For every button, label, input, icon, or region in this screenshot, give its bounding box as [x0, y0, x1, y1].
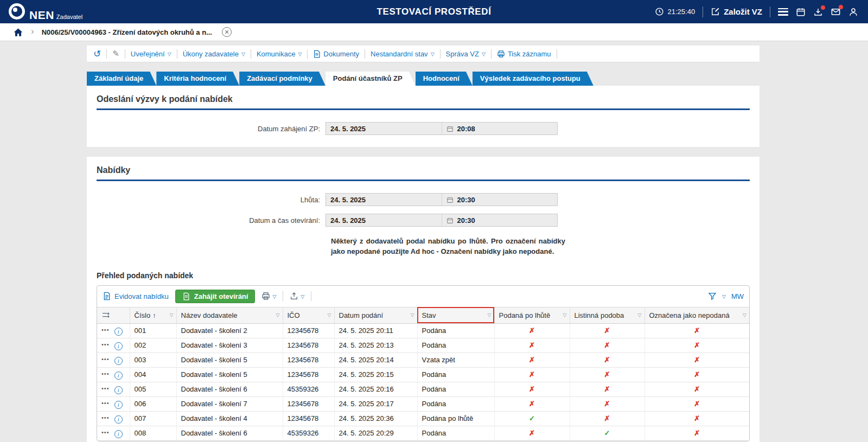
info-icon[interactable]: i — [114, 401, 123, 409]
messages-button[interactable] — [831, 7, 841, 17]
cell-ico: 12345678 — [283, 323, 334, 338]
date-value[interactable]: 24. 5. 2025 — [326, 194, 442, 206]
info-icon[interactable]: i — [114, 371, 123, 380]
tab-podani-ucastniku-zp[interactable]: Podání účastníků ZP — [326, 72, 416, 86]
cell-ico: 12345678 — [283, 353, 334, 367]
cell-nazev: Dodavatel - školení 5 — [176, 367, 283, 382]
export-grid-button[interactable]: ▽ — [290, 292, 304, 300]
row-menu-icon[interactable]: ••• — [101, 356, 110, 362]
table-row[interactable]: •••i006Dodavatel - školení 71234567824. … — [97, 396, 749, 411]
column-filter-icon[interactable]: ▽ — [638, 312, 642, 318]
date-value[interactable]: 24. 5. 2025 — [326, 214, 442, 226]
tab-kriteria-hodnoceni[interactable]: Kritéria hodnocení — [156, 72, 239, 86]
brand[interactable]: NEN Zadavatel — [9, 3, 82, 21]
x-icon: ✗ — [694, 429, 700, 437]
column-filter-icon[interactable]: ▽ — [743, 312, 746, 318]
info-icon[interactable]: i — [114, 415, 123, 424]
column-header-ico[interactable]: IČO ▽ — [283, 307, 334, 323]
cell-datum-podani: 24. 5. 2025 20:14 — [334, 353, 417, 367]
calendar-button[interactable] — [796, 7, 806, 17]
zahajit-otevirani-button[interactable]: Zahájit otevírání — [175, 290, 256, 303]
chevron-right-icon: › — [31, 27, 34, 36]
menu-uverejneni[interactable]: Uveřejnění ▽ — [131, 50, 171, 58]
cell-oznacena-nepodana: ✗ — [644, 353, 749, 367]
cell-datum-podani: 24. 5. 2025 20:29 — [334, 426, 417, 440]
table-row[interactable]: •••i004Dodavatel - školení 51234567824. … — [97, 367, 749, 382]
column-filter-icon[interactable]: ▽ — [488, 312, 492, 318]
row-menu-icon[interactable]: ••• — [101, 326, 110, 333]
print-grid-button[interactable]: ▽ — [261, 292, 276, 300]
column-header-nazev-dodavatele[interactable]: Název dodavatele ▽ — [176, 307, 283, 323]
row-menu-icon[interactable]: ••• — [101, 370, 110, 377]
edit-record-icon[interactable]: ✎ — [112, 49, 119, 59]
column-filter-icon[interactable]: ▽ — [328, 312, 331, 318]
info-icon[interactable]: i — [114, 357, 123, 365]
menu-ukony-zadavatele[interactable]: Úkony zadavatele ▽ — [183, 50, 245, 58]
menu-nestandardni-stav[interactable]: Nestandardní stav ▽ — [371, 50, 434, 58]
cell-podana-po-lhute: ✗ — [494, 338, 570, 353]
cell-datum-podani: 24. 5. 2025 20:36 — [334, 411, 417, 426]
breadcrumb-current-item[interactable]: N006/25/V00004963 - Zřízení datových okr… — [42, 28, 212, 36]
table-row[interactable]: •••i007Dodavatel - školení 41234567824. … — [97, 411, 749, 426]
chevron-down-icon: ▽ — [482, 52, 486, 57]
menu-tisk-zaznamu[interactable]: Tisk záznamu — [497, 50, 551, 58]
close-record-button[interactable]: ✕ — [222, 27, 232, 37]
filter-button[interactable] — [708, 292, 717, 300]
x-icon: ✗ — [529, 341, 535, 349]
datetime-field-zahajeni[interactable]: 24. 5. 2025 20:08 — [326, 122, 558, 135]
x-icon: ✗ — [694, 341, 700, 349]
chevron-down-icon[interactable]: ▽ — [722, 294, 726, 299]
row-menu-icon[interactable]: ••• — [101, 341, 110, 348]
column-header-cislo[interactable]: Číslo↑ ▽ — [130, 307, 176, 323]
column-filter-icon[interactable]: ▽ — [276, 312, 280, 318]
tab-hodnoceni[interactable]: Hodnocení — [416, 72, 473, 86]
funnel-icon — [708, 292, 717, 300]
table-row[interactable]: •••i008Dodavatel - školení 64535932624. … — [97, 426, 749, 440]
row-menu-icon[interactable]: ••• — [101, 400, 110, 406]
column-filter-icon[interactable]: ▽ — [411, 312, 414, 318]
chevron-down-icon: ▽ — [168, 52, 171, 57]
info-icon[interactable]: i — [114, 342, 123, 350]
table-row[interactable]: •••i003Dodavatel - školení 51234567824. … — [97, 353, 749, 367]
user-profile-button[interactable] — [848, 7, 858, 17]
column-header-stav[interactable]: Stav ▽ — [417, 307, 494, 323]
column-filter-icon[interactable]: ▽ — [563, 312, 567, 318]
column-header-podana-po-lhute[interactable]: Podaná po lhůtě ▽ — [494, 307, 570, 323]
column-header-oznacena-jako-nepodana[interactable]: Označena jako nepodaná ▽ — [644, 307, 749, 323]
column-filter-icon[interactable]: ▽ — [170, 312, 174, 318]
date-value[interactable]: 24. 5. 2025 — [326, 123, 442, 134]
menu-button[interactable] — [778, 8, 788, 16]
datetime-field-lhuta[interactable]: 24. 5. 2025 20:30 — [326, 193, 558, 206]
tab-vysledek-zadavaciho-postupu[interactable]: Výsledek zadávacího postupu — [473, 72, 593, 86]
create-vz-button[interactable]: Založit VZ — [711, 7, 762, 16]
menu-komunikace[interactable]: Komunikace ▽ — [257, 50, 302, 58]
tab-zadavaci-podminky[interactable]: Zadávací podmínky — [239, 72, 326, 86]
mw-view-button[interactable]: MW — [731, 292, 744, 300]
table-row[interactable]: •••i001Dodavatel - školení 21234567824. … — [97, 323, 749, 338]
hamburger-icon — [778, 8, 788, 16]
menu-dokumenty[interactable]: Dokumenty — [313, 50, 359, 58]
table-row[interactable]: •••i005Dodavatel - školení 64535932624. … — [97, 382, 749, 396]
info-icon[interactable]: i — [114, 386, 123, 394]
late-bid-warning: Některý z dodavatelů podal nabídku po lh… — [331, 236, 565, 257]
tab-zakladni-udaje[interactable]: Základní údaje — [87, 72, 156, 86]
home-button[interactable] — [13, 27, 23, 37]
column-header-datum-podani[interactable]: Datum podání ▽ — [334, 307, 417, 323]
x-icon: ✗ — [694, 414, 700, 422]
info-icon[interactable]: i — [114, 328, 123, 336]
x-icon: ✗ — [604, 341, 610, 349]
downloads-button[interactable] — [813, 7, 823, 17]
datetime-field-otevirani[interactable]: 24. 5. 2025 20:30 — [326, 214, 558, 227]
x-icon: ✗ — [529, 400, 535, 408]
menu-sprava-vz[interactable]: Správa VZ ▽ — [446, 50, 486, 58]
row-menu-icon[interactable]: ••• — [101, 429, 110, 435]
grid-settings-header[interactable] — [97, 307, 130, 323]
row-menu-icon[interactable]: ••• — [101, 414, 110, 421]
table-row[interactable]: •••i002Dodavatel - školení 31234567824. … — [97, 338, 749, 353]
history-back-icon[interactable]: ↺ — [93, 49, 101, 59]
column-header-listinna-podoba[interactable]: Listinná podoba ▽ — [570, 307, 644, 323]
row-menu-icon[interactable]: ••• — [101, 385, 110, 392]
info-icon[interactable]: i — [114, 430, 123, 438]
bids-grid: Evidovat nabídku Zahájit otevírání ▽ ▽ — [97, 285, 750, 441]
evidovat-nabidku-button[interactable]: Evidovat nabídku — [103, 292, 169, 300]
